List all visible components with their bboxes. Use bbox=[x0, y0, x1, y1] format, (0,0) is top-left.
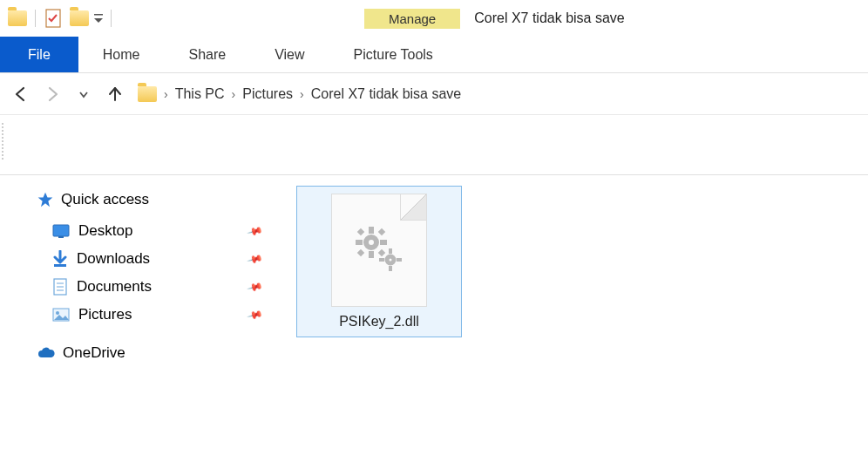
main-area: Quick access Desktop 📌 Downloads bbox=[0, 175, 868, 379]
nav-item-downloads[interactable]: Downloads 📌 bbox=[37, 245, 270, 273]
chevron-right-icon[interactable]: › bbox=[300, 87, 304, 101]
nav-label: Downloads bbox=[77, 250, 150, 268]
pin-icon[interactable]: 📌 bbox=[247, 278, 264, 296]
pictures-icon bbox=[52, 308, 70, 322]
folder-icon[interactable] bbox=[7, 8, 28, 29]
window-title: Corel X7 tidak bisa save bbox=[460, 10, 639, 26]
qat-customize-icon[interactable] bbox=[93, 8, 104, 29]
nav-item-pictures[interactable]: Pictures 📌 bbox=[37, 301, 270, 329]
tab-picture-tools[interactable]: Picture Tools bbox=[329, 37, 458, 72]
breadcrumb-item[interactable]: This PC bbox=[175, 86, 225, 102]
tab-home[interactable]: Home bbox=[78, 37, 165, 72]
svg-rect-17 bbox=[378, 249, 385, 256]
nav-label: Pictures bbox=[78, 306, 132, 323]
pin-icon[interactable]: 📌 bbox=[247, 222, 264, 240]
properties-icon[interactable] bbox=[43, 8, 64, 29]
quick-access-toolbar bbox=[0, 8, 120, 29]
desktop-icon bbox=[52, 224, 70, 238]
new-folder-icon[interactable] bbox=[69, 8, 90, 29]
breadcrumb[interactable]: › This PC › Pictures › Corel X7 tidak bi… bbox=[134, 86, 859, 102]
divider bbox=[111, 10, 112, 27]
nav-label: Desktop bbox=[78, 222, 132, 240]
nav-label: Documents bbox=[77, 278, 152, 296]
forward-button[interactable] bbox=[40, 82, 64, 106]
ribbon-tabs: File Home Share View Picture Tools bbox=[0, 37, 868, 73]
back-button[interactable] bbox=[9, 82, 33, 106]
breadcrumb-item[interactable]: Corel X7 tidak bisa save bbox=[311, 86, 462, 102]
dll-file-icon bbox=[331, 194, 427, 307]
nav-label: OneDrive bbox=[63, 344, 125, 362]
tab-share[interactable]: Share bbox=[164, 37, 250, 72]
svg-rect-13 bbox=[369, 251, 374, 258]
nav-item-desktop[interactable]: Desktop 📌 bbox=[37, 217, 270, 245]
grip-icon bbox=[2, 123, 5, 160]
svg-rect-1 bbox=[94, 14, 103, 16]
svg-rect-3 bbox=[58, 236, 64, 238]
navigation-pane: Quick access Desktop 📌 Downloads bbox=[0, 175, 279, 379]
svg-rect-18 bbox=[357, 249, 364, 256]
nav-item-documents[interactable]: Documents 📌 bbox=[37, 273, 270, 301]
svg-rect-4 bbox=[54, 264, 66, 267]
svg-point-11 bbox=[366, 237, 376, 248]
svg-rect-22 bbox=[389, 266, 392, 271]
ribbon-collapsed-strip bbox=[0, 123, 868, 175]
download-icon bbox=[52, 250, 68, 268]
tab-view[interactable]: View bbox=[250, 37, 329, 72]
star-icon bbox=[37, 191, 54, 208]
folder-icon bbox=[138, 86, 157, 102]
title-bar: Manage Corel X7 tidak bisa save bbox=[0, 0, 868, 37]
up-button[interactable] bbox=[103, 82, 127, 106]
svg-rect-19 bbox=[378, 228, 385, 235]
svg-rect-14 bbox=[356, 240, 363, 245]
file-item[interactable]: PSIKey_2.dll bbox=[296, 186, 462, 337]
svg-rect-24 bbox=[397, 258, 402, 262]
tab-file[interactable]: File bbox=[0, 37, 78, 72]
breadcrumb-item[interactable]: Pictures bbox=[242, 86, 293, 102]
pin-icon[interactable]: 📌 bbox=[247, 250, 264, 268]
svg-rect-15 bbox=[380, 240, 387, 245]
file-name: PSIKey_2.dll bbox=[339, 314, 419, 330]
content-pane[interactable]: PSIKey_2.dll bbox=[279, 175, 868, 379]
documents-icon bbox=[52, 278, 68, 296]
svg-rect-21 bbox=[389, 248, 392, 254]
divider bbox=[35, 10, 36, 27]
cloud-icon bbox=[37, 347, 56, 359]
chevron-right-icon[interactable]: › bbox=[232, 87, 236, 101]
nav-onedrive[interactable]: OneDrive bbox=[37, 344, 270, 362]
svg-rect-16 bbox=[357, 228, 364, 235]
address-bar: › This PC › Pictures › Corel X7 tidak bi… bbox=[0, 73, 868, 115]
svg-rect-2 bbox=[53, 225, 69, 236]
chevron-right-icon[interactable]: › bbox=[164, 87, 168, 101]
gears-icon bbox=[349, 220, 410, 281]
svg-point-10 bbox=[56, 311, 59, 315]
svg-rect-12 bbox=[369, 227, 374, 234]
nav-label: Quick access bbox=[61, 191, 149, 208]
svg-point-20 bbox=[387, 256, 394, 263]
recent-locations-button[interactable] bbox=[71, 82, 96, 106]
nav-quick-access[interactable]: Quick access bbox=[37, 191, 270, 208]
contextual-tab-header: Manage bbox=[364, 9, 460, 29]
svg-rect-23 bbox=[379, 258, 384, 262]
pin-icon[interactable]: 📌 bbox=[247, 306, 264, 323]
